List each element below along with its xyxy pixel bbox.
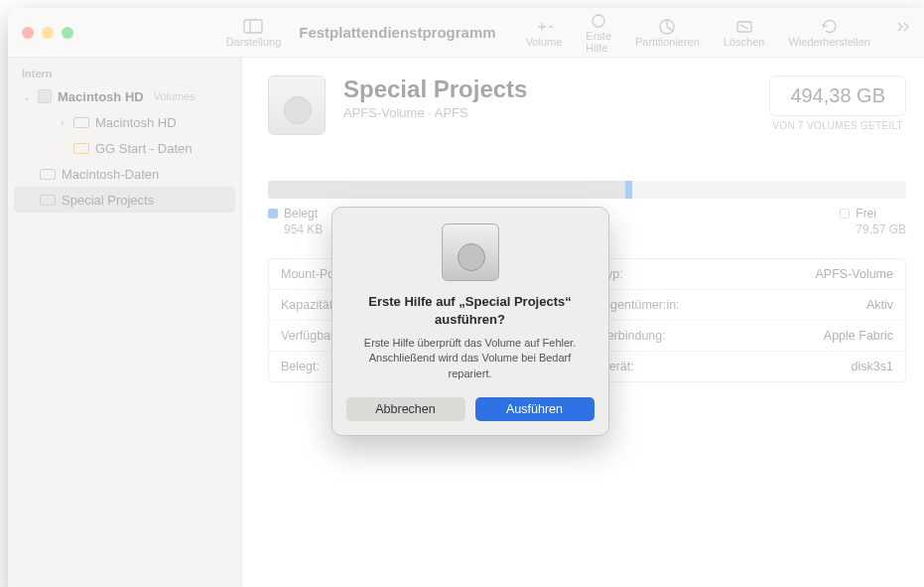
dialog-body: Erste Hilfe überprüft das Volume auf Feh… (346, 336, 594, 381)
dialog-title: Erste Hilfe auf „Special Projects“ ausfü… (346, 293, 594, 328)
disk-utility-window: Darstellung Festplattendienstprogramm Vo… (8, 8, 924, 587)
confirm-button[interactable]: Ausführen (475, 397, 594, 421)
cancel-button[interactable]: Abbrechen (346, 397, 465, 421)
dialog-disk-icon (442, 223, 499, 281)
first-aid-dialog: Erste Hilfe auf „Special Projects“ ausfü… (331, 207, 609, 436)
